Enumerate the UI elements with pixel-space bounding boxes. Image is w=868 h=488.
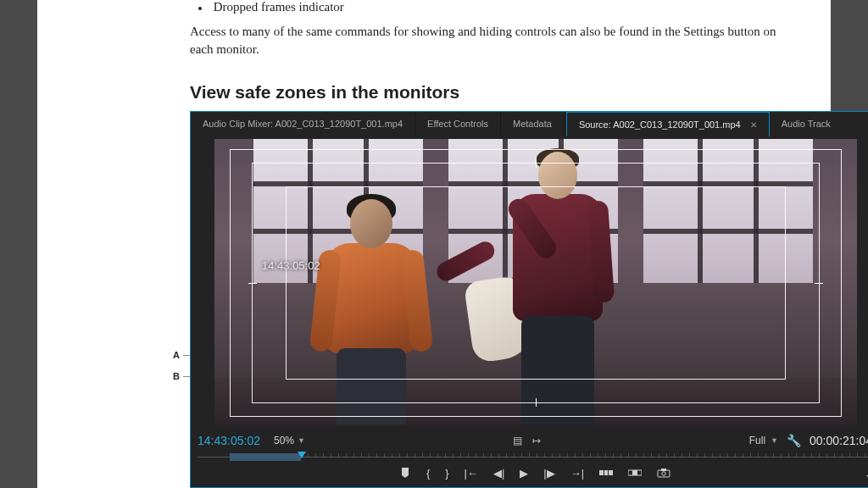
mark-out-button[interactable]: } [445, 467, 448, 480]
in-out-duration-icon[interactable]: ↦ [532, 435, 541, 446]
tab-effect-controls[interactable]: Effect Controls [415, 112, 501, 136]
fit-dropdown[interactable]: Full [749, 435, 765, 446]
current-timecode[interactable]: 14:43:05:02 [198, 434, 260, 447]
body-paragraph: Access to many of the same commands for … [71, 14, 797, 58]
svg-rect-7 [661, 469, 666, 471]
tab-source-label: Source: A002_C013_12090T_001.mp4 [579, 119, 741, 130]
zoom-level[interactable]: 50% [274, 435, 294, 446]
tab-metadata[interactable]: Metadata [501, 112, 565, 136]
monitor-controls: 14:43:05:02 50% ▼ ▤ ↦ Full ▼ 🔧 00:00:21:… [191, 426, 868, 487]
panel-tab-bar: Audio Clip Mixer: A002_C013_12090T_001.m… [191, 112, 868, 136]
go-to-out-button[interactable]: →| [570, 467, 584, 480]
duration-timecode[interactable]: 00:00:21:04 [810, 434, 868, 447]
svg-point-6 [662, 472, 665, 475]
bullet-text: Dropped frames indicator [214, 0, 344, 14]
callout-label-a: A [173, 350, 180, 360]
export-frame-button[interactable] [657, 468, 670, 478]
play-button[interactable]: ▶ [520, 467, 528, 480]
step-forward-button[interactable]: |▶ [543, 467, 554, 480]
bullet-item: Dropped frames indicator [71, 0, 797, 14]
svg-rect-2 [609, 470, 613, 475]
overwrite-button[interactable] [628, 468, 642, 478]
tab-source-monitor[interactable]: Source: A002_C013_12090T_001.mp4 ✕ [566, 112, 770, 136]
select-playback-resolution-icon[interactable]: ▤ [513, 435, 522, 446]
in-out-region[interactable] [230, 453, 301, 461]
tab-audio-clip-mixer[interactable]: Audio Clip Mixer: A002_C013_12090T_001.m… [191, 112, 415, 136]
figure-wrapper: A B Audio Clip Mixer: A002_C013_12090T_0… [71, 111, 797, 488]
tab-audio-track[interactable]: Audio Track [770, 112, 843, 136]
chevron-down-icon[interactable]: ▼ [298, 436, 305, 445]
source-monitor-panel: Audio Clip Mixer: A002_C013_12090T_001.m… [190, 111, 868, 488]
svg-rect-0 [599, 470, 604, 475]
chevron-down-icon[interactable]: ▼ [771, 436, 778, 445]
bullet-dot-icon [198, 7, 202, 10]
callout-label-b: B [173, 371, 180, 381]
go-to-in-button[interactable]: |← [465, 467, 478, 480]
document-page: Dropped frames indicator Access to many … [37, 0, 831, 488]
svg-rect-5 [658, 470, 670, 477]
timecode-overlay: 14:43:05:02 [262, 259, 320, 272]
mark-in-button[interactable]: { [426, 467, 430, 480]
close-icon[interactable]: ✕ [750, 114, 757, 137]
video-viewport[interactable]: 14:43:05:02 [214, 139, 857, 427]
add-marker-button[interactable] [399, 467, 411, 479]
section-heading: View safe zones in the monitors [71, 58, 797, 111]
settings-icon[interactable]: 🔧 [787, 434, 801, 447]
svg-rect-1 [604, 470, 608, 475]
insert-button[interactable] [599, 468, 613, 478]
svg-rect-4 [632, 470, 637, 475]
video-frame [214, 139, 857, 427]
playhead-icon[interactable] [298, 452, 306, 458]
step-back-button[interactable]: ◀| [493, 467, 504, 480]
transport-controls: { } |← ◀| ▶ |▶ →| [191, 463, 868, 482]
